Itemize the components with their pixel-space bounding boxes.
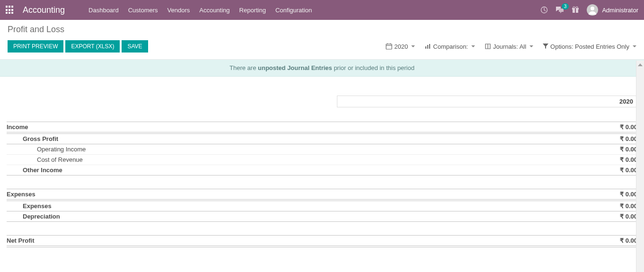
- nav-item-vendors[interactable]: Vendors: [163, 7, 195, 14]
- report-line[interactable]: Income₹ 0.00: [7, 122, 637, 134]
- notification-badge: 3: [562, 3, 569, 9]
- user-name: Administrator: [602, 7, 638, 14]
- report-line-value: ₹ 0.00: [620, 156, 637, 163]
- report-line[interactable]: Expenses₹ 0.00: [7, 189, 637, 201]
- report-line-label: Cost of Revenue: [22, 156, 620, 163]
- filter-journals[interactable]: Journals: All: [485, 43, 533, 50]
- top-nav: Accounting DashboardCustomersVendorsAcco…: [0, 0, 644, 20]
- report-line[interactable]: Gross Profit₹ 0.00: [7, 134, 637, 144]
- report-line-label: Income: [7, 123, 620, 131]
- report-line-value: ₹ 0.00: [620, 213, 637, 220]
- report-line-value: ₹ 0.00: [620, 135, 637, 142]
- nav-item-dashboard[interactable]: Dashboard: [84, 7, 124, 14]
- svg-rect-12: [427, 45, 428, 49]
- svg-point-6: [591, 7, 594, 10]
- chevron-down-icon: [411, 45, 415, 47]
- svg-rect-11: [425, 46, 426, 49]
- report-body: Income₹ 0.00Gross Profit₹ 0.00Operating …: [7, 122, 637, 247]
- nav-item-reporting[interactable]: Reporting: [235, 7, 271, 14]
- column-headers: 2020: [7, 96, 637, 107]
- report-line-value: ₹ 0.00: [620, 167, 637, 174]
- user-menu[interactable]: Administrator: [587, 4, 638, 16]
- report-line-value: ₹ 0.00: [620, 202, 637, 210]
- print-preview-button[interactable]: PRINT PREVIEW: [8, 40, 63, 53]
- chevron-down-icon: [529, 45, 533, 47]
- report-line[interactable]: Operating Income₹ 0.00: [7, 144, 637, 155]
- report-line-label: Expenses: [7, 191, 620, 198]
- column-header-year: 2020: [337, 96, 637, 107]
- filter-date[interactable]: 2020: [386, 43, 415, 50]
- book-icon: [485, 43, 491, 50]
- report-line-value: ₹ 0.00: [620, 146, 637, 153]
- calendar-icon: [386, 43, 392, 50]
- app-brand[interactable]: Accounting: [23, 5, 65, 15]
- warning-unposted[interactable]: There are unposted Journal Entries prior…: [0, 60, 644, 77]
- report-line-label: Depreciation: [15, 213, 620, 220]
- vertical-scrollbar[interactable]: [636, 61, 644, 252]
- nav-item-configuration[interactable]: Configuration: [271, 7, 317, 14]
- chevron-down-icon: [471, 45, 475, 47]
- nav-right: 3 Administrator: [540, 4, 638, 16]
- report-line-value: ₹ 0.00: [620, 191, 637, 198]
- report-line-label: Other Income: [15, 167, 620, 174]
- report-line-label: Expenses: [15, 202, 620, 210]
- nav-item-customers[interactable]: Customers: [124, 7, 163, 14]
- report-line[interactable]: Other Income₹ 0.00: [7, 165, 637, 175]
- apps-menu-icon[interactable]: [6, 6, 14, 14]
- save-button[interactable]: SAVE: [122, 40, 148, 53]
- discuss-icon[interactable]: 3: [556, 6, 564, 14]
- chevron-down-icon: [633, 45, 636, 47]
- activities-icon[interactable]: [540, 6, 548, 14]
- svg-rect-7: [386, 44, 392, 49]
- report-line[interactable]: Expenses₹ 0.00: [7, 201, 637, 211]
- filters: 2020 Comparison: Journals: All Options: …: [386, 43, 636, 50]
- export-xlsx-button[interactable]: EXPORT (XLSX): [65, 40, 120, 53]
- report-line-value: ₹ 0.00: [620, 123, 637, 131]
- report-line-label: Gross Profit: [15, 135, 620, 142]
- report-line[interactable]: Cost of Revenue₹ 0.00: [7, 155, 637, 165]
- page-title: Profit and Loss: [8, 25, 636, 35]
- filter-comparison[interactable]: Comparison:: [424, 43, 475, 50]
- report-line[interactable]: Depreciation₹ 0.00: [7, 211, 637, 222]
- report-content: 2020 Income₹ 0.00Gross Profit₹ 0.00Opera…: [0, 77, 644, 252]
- filter-icon: [543, 44, 548, 49]
- svg-rect-3: [575, 8, 576, 13]
- report-line-value: ₹ 0.00: [620, 237, 637, 244]
- report-line-label: Net Profit: [7, 237, 620, 244]
- nav-item-accounting[interactable]: Accounting: [194, 7, 234, 14]
- barchart-icon: [424, 43, 431, 50]
- report-line[interactable]: Net Profit₹ 0.00: [7, 235, 637, 247]
- action-buttons: PRINT PREVIEW EXPORT (XLSX) SAVE: [8, 40, 148, 53]
- avatar: [587, 4, 598, 16]
- filter-options[interactable]: Options: Posted Entries Only: [543, 43, 636, 50]
- nav-items: DashboardCustomersVendorsAccountingRepor…: [84, 7, 317, 14]
- svg-rect-13: [429, 44, 430, 49]
- scroll-up-icon[interactable]: [636, 61, 644, 69]
- gift-icon[interactable]: [572, 6, 579, 14]
- control-panel: Profit and Loss PRINT PREVIEW EXPORT (XL…: [0, 20, 644, 60]
- report-line-label: Operating Income: [22, 146, 620, 153]
